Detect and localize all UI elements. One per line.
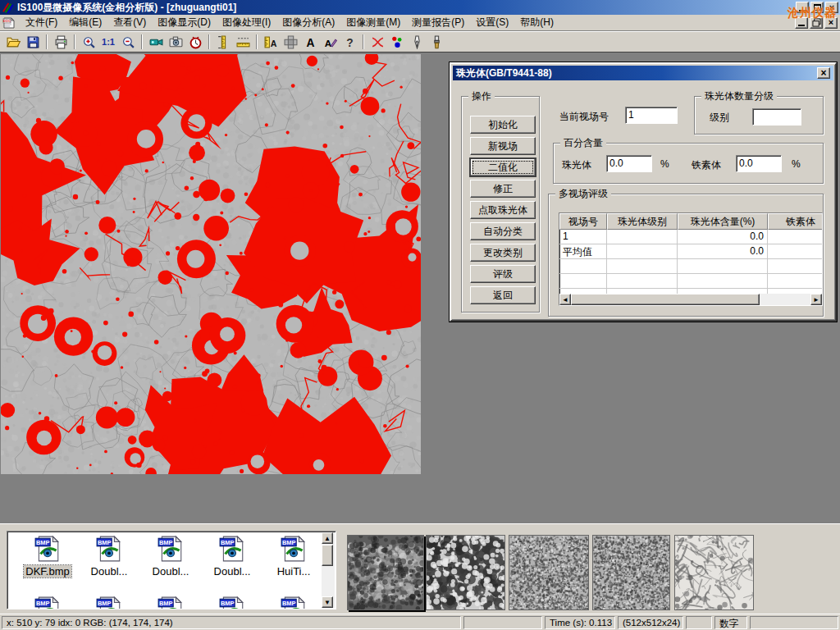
menu-测量报告P[interactable]: 测量报告(P) <box>406 14 470 31</box>
file-item[interactable]: BMPDoubl... <box>79 535 139 578</box>
op-button-3[interactable]: 二值化 <box>470 158 536 176</box>
save-button[interactable] <box>23 33 43 51</box>
scroll-down-icon[interactable]: ▼ <box>322 596 333 608</box>
thumbnail-canvas <box>347 535 424 610</box>
menu-图像显示D[interactable]: 图像显示(D) <box>152 14 217 31</box>
timer-button[interactable] <box>185 33 205 51</box>
menu-图像测量M[interactable]: 图像测量(M) <box>340 14 406 31</box>
table-hscrollbar[interactable]: ◄ ► <box>559 294 822 305</box>
file-item-partial[interactable]: BMP <box>140 596 201 609</box>
caliper-button[interactable] <box>213 33 233 51</box>
op-button-5[interactable]: 点取珠光体 <box>470 201 536 219</box>
print-button[interactable] <box>51 33 71 51</box>
brush-button[interactable] <box>427 33 446 51</box>
help-button[interactable]: ? <box>340 33 359 51</box>
ruler-button[interactable] <box>233 33 253 51</box>
menu-帮助H[interactable]: 帮助(H) <box>514 14 559 31</box>
table-header-4[interactable]: 铁素体 <box>768 213 823 230</box>
grade-input[interactable] <box>752 108 801 126</box>
menu-查看V[interactable]: 查看(V) <box>107 14 152 31</box>
annotate-icon: A <box>323 35 337 49</box>
op-button-6[interactable]: 自动分类 <box>470 222 536 240</box>
operations-group: 操作 初始化新视场二值化修正点取珠光体自动分类更改类别评级返回 <box>461 96 540 313</box>
image-thumbnail[interactable] <box>509 535 589 610</box>
zoom-in-button[interactable] <box>79 33 98 51</box>
grid-icon <box>284 35 298 49</box>
thumbnail-canvas <box>674 535 754 610</box>
svg-text:BMP: BMP <box>98 539 112 546</box>
zoom-out-button[interactable] <box>118 33 138 51</box>
op-button-9[interactable]: 返回 <box>470 286 536 304</box>
toolbar: 1:1AAA? <box>0 31 840 52</box>
menu-编辑E[interactable]: 编辑(E) <box>63 14 107 31</box>
brush-icon <box>430 35 444 49</box>
ferrite-input[interactable]: 0.0 <box>736 155 782 172</box>
table-cell <box>768 244 823 259</box>
op-button-2[interactable]: 新视场 <box>470 137 536 155</box>
file-name: Doubl... <box>151 565 191 578</box>
vscroll-thumb[interactable] <box>322 545 333 566</box>
actual-size-button[interactable]: 1:1 <box>98 33 118 51</box>
ferrite-label: 铁素体 <box>692 158 721 172</box>
particle-button[interactable] <box>387 33 407 51</box>
table-row[interactable] <box>559 274 822 289</box>
scroll-up-icon[interactable]: ▲ <box>322 532 333 544</box>
op-button-7[interactable]: 更改类别 <box>470 244 536 262</box>
file-item-partial[interactable]: BMP <box>79 596 139 609</box>
menu-图像分析A[interactable]: 图像分析(A) <box>276 14 340 31</box>
measure-text-button[interactable]: A <box>261 33 281 51</box>
multi-field-group-label: 多视场评级 <box>555 187 611 201</box>
file-item-partial[interactable]: BMP <box>202 596 262 609</box>
curve-tool-button[interactable] <box>368 33 387 51</box>
save-icon <box>26 35 40 49</box>
table-cell <box>768 259 823 274</box>
ferrite-unit: % <box>792 158 801 170</box>
scroll-right-icon[interactable]: ► <box>810 294 822 305</box>
table-header-2[interactable]: 珠光体级别 <box>607 213 678 230</box>
video-camera-button[interactable] <box>146 33 166 51</box>
toolbar-separator <box>256 34 258 49</box>
pearlite-unit: % <box>660 158 669 170</box>
op-button-4[interactable]: 修正 <box>470 180 536 198</box>
file-item[interactable]: BMPDoubl... <box>140 535 201 578</box>
dialog-close-button[interactable]: × <box>817 67 830 79</box>
grid-button[interactable] <box>281 33 300 51</box>
image-thumbnail[interactable] <box>347 535 424 610</box>
open-button[interactable] <box>3 33 23 51</box>
table-header-3[interactable]: 珠光体含量(%) <box>678 213 768 230</box>
file-item[interactable]: BMPDKF.bmp <box>17 535 78 578</box>
file-item[interactable]: BMPHuiTi... <box>263 535 324 578</box>
svg-text:BMP: BMP <box>98 600 112 607</box>
file-item-partial[interactable]: BMP <box>263 596 324 609</box>
file-name: DKF.bmp <box>24 565 71 578</box>
op-button-8[interactable]: 评级 <box>470 265 536 283</box>
table-row[interactable]: 平均值0.0 <box>559 244 822 259</box>
scroll-left-icon[interactable]: ◄ <box>559 294 571 305</box>
file-name: HuiTi... <box>276 565 313 578</box>
file-item[interactable]: BMPDoubl... <box>202 535 262 578</box>
bmp-file-icon: BMP <box>95 596 123 609</box>
hscroll-thumb[interactable] <box>571 294 760 305</box>
text-button[interactable]: A <box>300 33 320 51</box>
mode-status: 数字 <box>714 616 747 629</box>
table-row[interactable]: 10.0 <box>559 230 822 244</box>
annotate-button[interactable]: A <box>320 33 340 51</box>
camera-button[interactable] <box>166 33 185 51</box>
menu-设置S[interactable]: 设置(S) <box>470 14 514 31</box>
image-thumbnail[interactable] <box>592 535 670 610</box>
table-header-1[interactable]: 视场号 <box>559 213 607 230</box>
metallographic-image[interactable] <box>1 54 421 474</box>
current-field-input[interactable]: 1 <box>625 107 678 124</box>
file-list-vscrollbar[interactable]: ▲ ▼ <box>322 532 335 608</box>
image-thumbnail[interactable] <box>674 535 754 610</box>
document-icon[interactable]: DOC <box>2 16 16 30</box>
file-item-partial[interactable]: BMP <box>17 596 78 609</box>
table-row[interactable] <box>559 259 822 274</box>
menu-图像处理I[interactable]: 图像处理(I) <box>217 14 276 31</box>
picker-button[interactable] <box>407 33 427 51</box>
op-button-1[interactable]: 初始化 <box>470 116 536 134</box>
svg-text:DOC: DOC <box>3 19 11 23</box>
menu-文件F[interactable]: 文件(F) <box>20 14 63 31</box>
image-thumbnail[interactable] <box>426 535 505 610</box>
pearlite-input[interactable]: 0.0 <box>606 155 652 172</box>
